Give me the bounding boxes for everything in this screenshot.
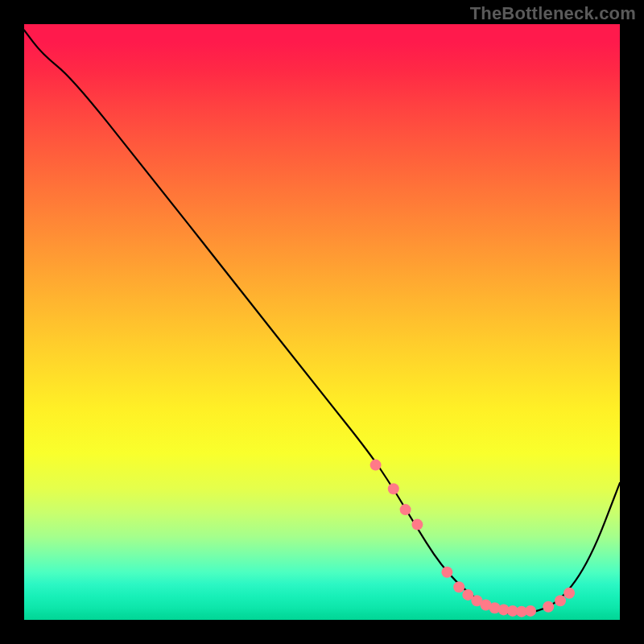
highlight-marker (388, 483, 399, 494)
plot-area (24, 24, 620, 620)
highlight-marker (370, 460, 382, 471)
highlight-marker (525, 605, 536, 617)
highlight-marker (441, 567, 452, 578)
highlight-marker (400, 504, 411, 515)
watermark-text: TheBottleneck.com (470, 3, 636, 24)
highlight-marker (411, 519, 423, 530)
bottleneck-curve (24, 30, 620, 613)
highlight-marker (453, 581, 464, 592)
highlight-marker (543, 601, 554, 613)
highlight-marker (555, 595, 566, 606)
chart-svg (24, 24, 620, 620)
highlight-markers (370, 460, 575, 617)
highlight-marker (564, 588, 575, 599)
